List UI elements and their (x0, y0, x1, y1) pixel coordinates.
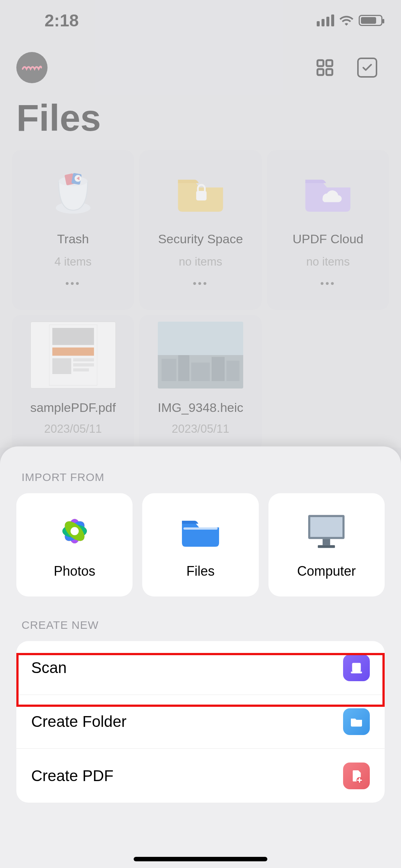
folder-icon (178, 511, 223, 553)
create-section-label: CREATE NEW (22, 619, 385, 631)
scan-icon (343, 654, 370, 681)
modal-backdrop[interactable] (0, 0, 401, 448)
svg-rect-37 (318, 545, 335, 548)
import-label: Computer (297, 563, 356, 579)
photos-icon (52, 511, 97, 553)
create-scan-row[interactable]: Scan (16, 641, 385, 695)
create-list: Scan Create Folder Create PDF (16, 641, 385, 803)
create-row-label: Scan (31, 659, 67, 677)
import-label: Files (186, 563, 215, 579)
import-computer-button[interactable]: Computer (268, 493, 385, 596)
svg-rect-39 (351, 672, 362, 673)
import-files-button[interactable]: Files (142, 493, 258, 596)
create-row-label: Create PDF (31, 767, 114, 785)
svg-rect-35 (310, 517, 343, 537)
svg-point-32 (71, 527, 79, 535)
add-sheet: IMPORT FROM (0, 446, 401, 868)
svg-rect-33 (183, 527, 218, 530)
svg-rect-38 (352, 663, 361, 672)
pdf-add-icon (343, 763, 370, 789)
import-section-label: IMPORT FROM (22, 471, 385, 484)
import-photos-button[interactable]: Photos (16, 493, 133, 596)
computer-icon (304, 511, 349, 553)
create-folder-row[interactable]: Create Folder (16, 695, 385, 749)
home-indicator[interactable] (134, 857, 267, 861)
folder-add-icon (343, 708, 370, 735)
svg-rect-36 (323, 539, 330, 545)
create-pdf-row[interactable]: Create PDF (16, 749, 385, 803)
import-label: Photos (54, 563, 95, 579)
create-row-label: Create Folder (31, 713, 127, 731)
